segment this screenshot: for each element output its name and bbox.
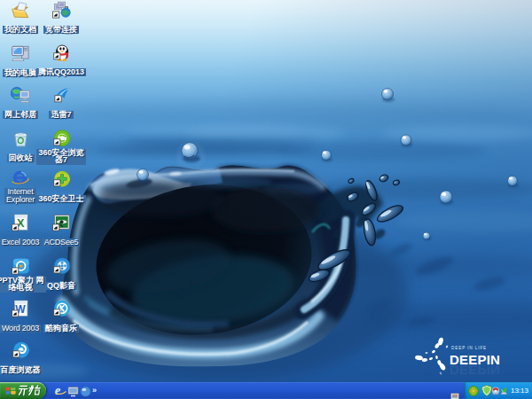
svg-text:DEEPIN: DEEPIN: [450, 363, 500, 378]
svg-text:DEEP IN LIFE: DEEP IN LIFE: [451, 346, 487, 350]
